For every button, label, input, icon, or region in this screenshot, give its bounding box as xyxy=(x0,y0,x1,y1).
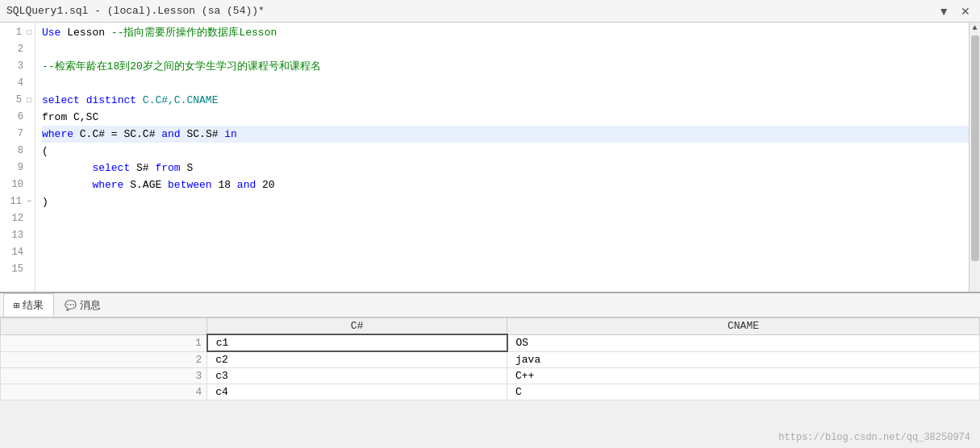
gutter-line: 4 xyxy=(0,75,35,92)
line-number: 14 xyxy=(4,244,23,261)
scroll-thumb[interactable] xyxy=(971,35,979,261)
gutter-collapse-icon[interactable]: □ xyxy=(23,24,31,41)
window-title: SQLQuery1.sql - (local).Lesson (sa (54))… xyxy=(6,5,265,17)
code-token: C.C# = xyxy=(73,126,123,143)
table-row: 2c2java xyxy=(1,351,980,368)
code-token: in xyxy=(224,126,237,143)
cell-c1: c4 xyxy=(207,384,507,400)
gutter-line: 15 xyxy=(0,261,35,278)
code-line: where C.C# = SC.C# and SC.S# in xyxy=(42,126,969,143)
code-line: from C,SC xyxy=(42,109,969,126)
code-area[interactable]: Use Lesson --指向需要所操作的数据库Lesson --检索年龄在18… xyxy=(35,23,969,292)
table-row: 4c4C xyxy=(1,384,980,400)
results-tabs: ⊞结果💬消息 xyxy=(0,293,980,317)
code-token: Use xyxy=(42,24,60,41)
line-number: 15 xyxy=(4,261,23,278)
code-token: S xyxy=(181,160,194,176)
code-token: from xyxy=(42,109,67,126)
line-number: 1 xyxy=(2,24,22,41)
table-row: 3c3C++ xyxy=(1,368,980,384)
results-tab-结果[interactable]: ⊞结果 xyxy=(3,293,54,317)
scroll-up-arrow[interactable]: ▲ xyxy=(972,23,977,34)
gutter-line: 3 xyxy=(0,58,35,75)
code-token: S# xyxy=(130,160,155,176)
code-token: select xyxy=(42,92,80,109)
code-line xyxy=(42,227,969,244)
pin-button[interactable]: ▼ xyxy=(935,5,953,18)
cell-cname: C++ xyxy=(507,368,980,384)
gutter-line: 1□ xyxy=(0,24,35,41)
grid-icon: ⊞ xyxy=(14,300,19,312)
gutter-line: 8 xyxy=(0,143,35,160)
editor-container: 1□2345□67891011−12131415 Use Lesson --指向… xyxy=(0,23,980,293)
line-number: 11 xyxy=(2,193,22,210)
code-token: SC.C# xyxy=(123,126,155,143)
code-token: and xyxy=(237,176,256,193)
code-token: C.C#,C.CNAME xyxy=(136,92,218,109)
line-number: 10 xyxy=(4,176,23,193)
code-token: ) xyxy=(42,193,48,210)
code-token: S.AGE xyxy=(123,176,168,193)
watermark: https://blog.csdn.net/qq_38250974 xyxy=(778,432,970,443)
table-corner-header xyxy=(1,318,207,335)
cell-cname: C xyxy=(507,384,980,400)
results-table: C#CNAME1c1OS2c2java3c3C++4c4C xyxy=(0,317,980,400)
code-line: select distinct C.C#,C.CNAME xyxy=(42,92,969,109)
results-table-container[interactable]: C#CNAME1c1OS2c2java3c3C++4c4C xyxy=(0,317,980,448)
vertical-scrollbar[interactable]: ▲ xyxy=(969,23,980,292)
code-token: C,SC xyxy=(67,109,98,126)
cell-cname: java xyxy=(507,351,980,368)
gutter-line: 13 xyxy=(0,227,35,244)
line-number: 13 xyxy=(4,227,23,244)
column-header-C#: C# xyxy=(207,318,507,335)
gutter-line: 7 xyxy=(0,126,35,143)
gutter-line: 12 xyxy=(0,210,35,227)
gutter-collapse-icon[interactable]: − xyxy=(23,193,31,210)
tab-label: 消息 xyxy=(80,298,101,313)
editor-inner: 1□2345□67891011−12131415 Use Lesson --指向… xyxy=(0,23,980,292)
code-line xyxy=(42,75,969,92)
code-token: where xyxy=(42,176,123,193)
code-line: --检索年龄在18到20岁之间的女学生学习的课程号和课程名 xyxy=(42,58,969,75)
gutter-line: 6 xyxy=(0,109,35,126)
line-number: 3 xyxy=(4,58,23,75)
line-number: 9 xyxy=(4,160,23,176)
code-token: from xyxy=(155,160,180,176)
code-token: where xyxy=(42,126,73,143)
table-row: 1c1OS xyxy=(1,334,980,351)
cell-c1: c1 xyxy=(207,334,507,351)
code-token: --检索年龄在18到20岁之间的女学生学习的课程号和课程名 xyxy=(42,58,321,75)
cell-c1: c3 xyxy=(207,368,507,384)
gutter-collapse-icon[interactable]: □ xyxy=(23,92,31,109)
code-token: distinct xyxy=(86,92,136,109)
row-number: 4 xyxy=(1,384,207,400)
title-bar-controls: ▼ ✕ xyxy=(935,5,974,18)
code-token: 18 xyxy=(212,176,237,193)
code-line: where S.AGE between 18 and 20 xyxy=(42,176,969,193)
row-number: 3 xyxy=(1,368,207,384)
row-number: 2 xyxy=(1,351,207,368)
gutter-line: 9 xyxy=(0,160,35,176)
gutter-line: 5□ xyxy=(0,92,35,109)
code-line xyxy=(42,41,969,58)
close-button[interactable]: ✕ xyxy=(957,5,974,18)
code-line: Use Lesson --指向需要所操作的数据库Lesson xyxy=(42,24,969,41)
row-number: 1 xyxy=(1,334,207,351)
gutter-line: 11− xyxy=(0,193,35,210)
tab-label: 结果 xyxy=(23,298,44,313)
code-line xyxy=(42,261,969,278)
code-token: ( xyxy=(42,143,48,160)
code-token: Lesson xyxy=(60,24,111,41)
line-numbers-gutter: 1□2345□67891011−12131415 xyxy=(0,23,35,292)
code-line xyxy=(42,244,969,261)
code-token: and xyxy=(161,126,180,143)
line-number: 6 xyxy=(4,109,23,126)
code-token: SC.S# xyxy=(181,126,225,143)
code-token: 20 xyxy=(256,176,274,193)
title-bar-left: SQLQuery1.sql - (local).Lesson (sa (54))… xyxy=(6,5,265,17)
code-token: between xyxy=(168,176,212,193)
line-number: 5 xyxy=(2,92,22,109)
line-number: 2 xyxy=(4,41,23,58)
results-tab-消息[interactable]: 💬消息 xyxy=(54,293,111,317)
code-line xyxy=(42,210,969,227)
